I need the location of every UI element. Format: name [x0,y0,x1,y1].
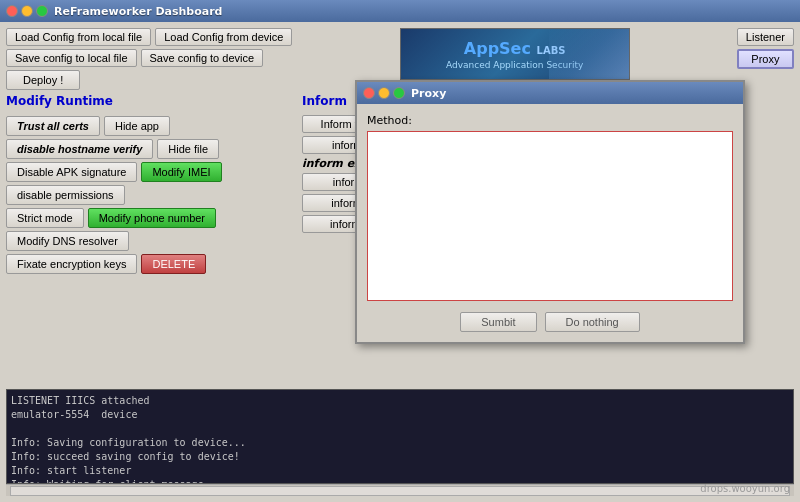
proxy-dialog-title: Proxy [411,87,446,100]
btn-row-2: disable hostname verify Hide file [6,139,296,159]
hide-file-button[interactable]: Hide file [157,139,219,159]
deploy-button[interactable]: Deploy ! [6,70,80,90]
load-config-device-button[interactable]: Load Config from device [155,28,292,46]
modify-dns-button[interactable]: Modify DNS resolver [6,231,129,251]
trust-certs-button[interactable]: Trust all certs [6,116,100,136]
btn-row-1: Trust all certs Hide app [6,116,296,136]
app-banner: AppSec LABS Advanced Application Securit… [400,28,630,80]
left-panel: Modify Runtime Trust all certs Hide app … [6,94,296,385]
load-config-file-button[interactable]: Load Config from local file [6,28,151,46]
modify-runtime-title: Modify Runtime [6,94,296,108]
btn-row-3: Disable APK signature Modify IMEI [6,162,296,182]
top-right-buttons: Listener Proxy [737,28,794,69]
log-line-3 [11,422,789,436]
delete-button[interactable]: DELETE [141,254,206,274]
disable-permissions-button[interactable]: disable permissions [6,185,125,205]
toolbar-left: Load Config from local file Load Config … [6,28,292,90]
proxy-min-button[interactable] [378,87,390,99]
banner-wave [549,29,629,79]
save-config-file-button[interactable]: Save config to local file [6,49,137,67]
toolbar-row-3: Deploy ! [6,70,292,90]
log-line-2: emulator-5554 device [11,408,789,422]
close-button[interactable] [6,5,18,17]
proxy-textarea[interactable] [367,131,733,301]
disable-hostname-button[interactable]: disable hostname verify [6,139,153,159]
proxy-window-controls [363,87,405,99]
log-line-5: Info: succeed saving config to device! [11,450,789,464]
proxy-footer: Sumbit Do nothing [367,312,733,332]
listener-button[interactable]: Listener [737,28,794,46]
toolbar-center: AppSec LABS Advanced Application Securit… [296,28,732,80]
save-config-device-button[interactable]: Save config to device [141,49,264,67]
proxy-button[interactable]: Proxy [737,49,794,69]
log-line-1: LISTENET IIICS attached [11,394,789,408]
btn-row-6: Modify DNS resolver [6,231,296,251]
modify-runtime-buttons: Trust all certs Hide app disable hostnam… [6,116,296,274]
proxy-dialog-body: Method: Sumbit Do nothing [357,104,743,342]
proxy-dialog-titlebar: Proxy [357,82,743,104]
log-line-6: Info: start listener [11,464,789,478]
logo-sec: Sec [499,39,531,58]
toolbar-row-1: Load Config from local file Load Config … [6,28,292,46]
disable-apk-button[interactable]: Disable APK signature [6,162,137,182]
toolbar-row-2: Save config to local file Save config to… [6,49,292,67]
maximize-button[interactable] [36,5,48,17]
modify-imei-button[interactable]: Modify IMEI [141,162,221,182]
strict-mode-button[interactable]: Strict mode [6,208,84,228]
title-bar: ReFrameworker Dashboard [0,0,800,22]
fixate-keys-button[interactable]: Fixate encryption keys [6,254,137,274]
horizontal-scrollbar[interactable] [10,486,790,496]
watermark: drops.wooyun.org [700,483,790,494]
btn-row-4: disable permissions [6,185,296,205]
btn-row-5: Strict mode Modify phone number [6,208,296,228]
proxy-dialog: Proxy Method: Sumbit Do nothing [355,80,745,344]
logo-app: App [464,39,499,58]
minimize-button[interactable] [21,5,33,17]
modify-phone-button[interactable]: Modify phone number [88,208,216,228]
proxy-donothing-button[interactable]: Do nothing [545,312,640,332]
proxy-method-label: Method: [367,114,733,127]
btn-row-7: Fixate encryption keys DELETE [6,254,296,274]
hide-app-button[interactable]: Hide app [104,116,170,136]
log-line-4: Info: Saving configuration to device... [11,436,789,450]
proxy-submit-button[interactable]: Sumbit [460,312,536,332]
log-area: LISTENET IIICS attached emulator-5554 de… [6,389,794,484]
bottom-scrollbar[interactable] [6,484,794,496]
window-controls [6,5,48,17]
window-title: ReFrameworker Dashboard [54,5,222,18]
proxy-close-button[interactable] [363,87,375,99]
proxy-max-button[interactable] [393,87,405,99]
